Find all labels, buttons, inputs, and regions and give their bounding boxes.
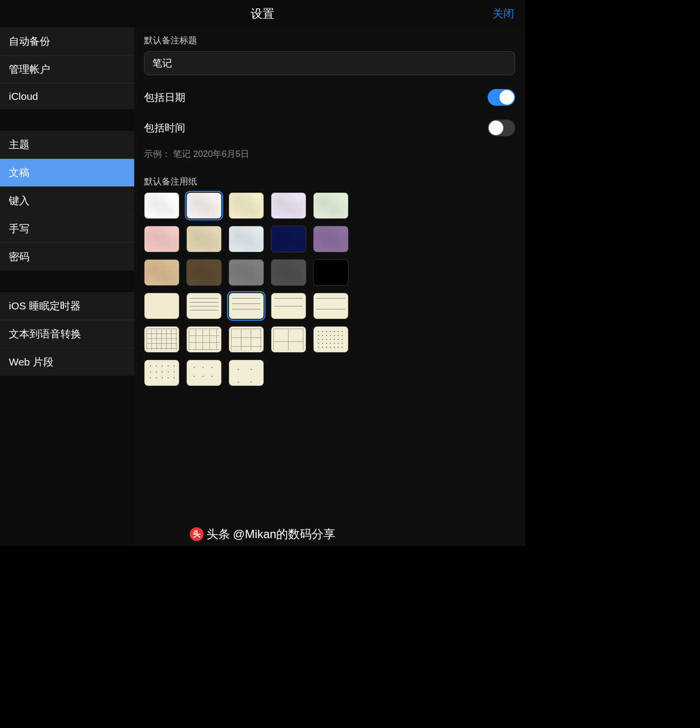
paper-swatch-pink[interactable]: [144, 226, 179, 252]
default-title-input[interactable]: [144, 51, 515, 75]
include-date-toggle[interactable]: [488, 89, 515, 106]
paper-swatch-tan[interactable]: [186, 226, 222, 252]
paper-swatch-sand[interactable]: [144, 259, 179, 286]
paper-swatch-black[interactable]: [313, 259, 349, 286]
paper-swatch-grid-l[interactable]: [229, 326, 264, 353]
paper-swatch-navy[interactable]: [271, 226, 306, 252]
sidebar-gap: [0, 271, 134, 292]
sidebar-gap: [0, 109, 134, 131]
paper-swatch-dots-xl[interactable]: [229, 360, 264, 386]
sidebar-item-backup[interactable]: 自动备份: [0, 28, 134, 56]
paper-swatch-dots-m[interactable]: [144, 360, 179, 386]
paper-swatch-dots-l[interactable]: [186, 360, 222, 386]
header: 设置 关闭: [0, 0, 525, 28]
paper-swatch-dots-s[interactable]: [313, 326, 349, 353]
paper-swatch-lines-l[interactable]: [271, 293, 306, 319]
paper-swatch-plain[interactable]: [144, 293, 179, 319]
watermark: 头 头条 @Mikan的数码分享: [0, 526, 525, 542]
paper-swatch-lines-s[interactable]: [186, 293, 222, 319]
paper-swatch-gray[interactable]: [229, 259, 264, 286]
paper-swatch-brown[interactable]: [186, 259, 222, 286]
sidebar-item-web[interactable]: Web 片段: [0, 348, 134, 376]
sidebar-item-theme[interactable]: 主题: [0, 131, 134, 159]
sidebar-item-password[interactable]: 密码: [0, 243, 134, 271]
paper-swatch-white[interactable]: [144, 192, 179, 219]
paper-swatch-grid-xl[interactable]: [271, 326, 306, 353]
pattern-swatch-grid: [134, 293, 525, 393]
default-title-label: 默认备注标题: [134, 28, 525, 51]
paper-swatch-sky[interactable]: [229, 226, 264, 252]
paper-swatch-cream[interactable]: [229, 192, 264, 219]
paper-swatch-mint[interactable]: [313, 192, 349, 219]
sidebar-item-tts[interactable]: 文本到语音转换: [0, 320, 134, 348]
paper-swatch-lines-m[interactable]: [229, 293, 264, 319]
include-time-label: 包括时间: [144, 121, 185, 135]
sidebar-item-icloud[interactable]: iCloud: [0, 84, 134, 109]
paper-swatch-lavender[interactable]: [271, 192, 306, 219]
include-date-row: 包括日期: [134, 82, 525, 113]
sidebar-item-handwriting[interactable]: 手写: [0, 215, 134, 243]
toutiao-logo-icon: 头: [190, 527, 204, 541]
include-time-toggle[interactable]: [488, 120, 515, 136]
paper-swatch-grid-m[interactable]: [186, 326, 222, 353]
sidebar-item-sleeptimer[interactable]: iOS 睡眠定时器: [0, 292, 134, 320]
page-title: 设置: [251, 6, 274, 22]
sidebar: 自动备份管理帐户iCloud 主题文稿键入手写密码 iOS 睡眠定时器文本到语音…: [0, 28, 134, 546]
content-pane: 默认备注标题 包括日期 包括时间 示例： 笔记 2020年6月5日 默认备注用纸: [134, 28, 525, 546]
include-time-row: 包括时间: [134, 113, 525, 143]
include-date-label: 包括日期: [144, 91, 185, 104]
sidebar-item-account[interactable]: 管理帐户: [0, 56, 134, 84]
sidebar-item-document[interactable]: 文稿: [0, 159, 134, 187]
paper-swatch-purple[interactable]: [313, 226, 349, 252]
paper-swatch-charcoal[interactable]: [271, 259, 306, 286]
watermark-prefix: 头条: [206, 526, 230, 542]
sidebar-item-typing[interactable]: 键入: [0, 187, 134, 215]
default-paper-label: 默认备注用纸: [134, 169, 525, 192]
watermark-text: @Mikan的数码分享: [233, 526, 335, 542]
paper-swatch-grid-s[interactable]: [144, 326, 179, 353]
color-swatch-grid: [134, 192, 525, 293]
example-text: 示例： 笔记 2020年6月5日: [134, 143, 525, 169]
paper-swatch-offwhite[interactable]: [186, 192, 222, 219]
close-button[interactable]: 关闭: [493, 6, 514, 21]
paper-swatch-lines-xl[interactable]: [313, 293, 349, 319]
